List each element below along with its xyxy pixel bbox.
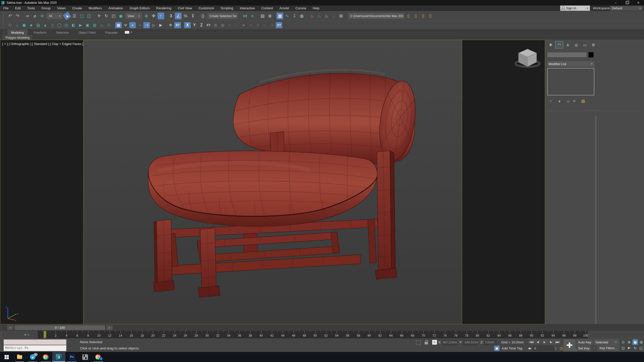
unlink-selection-icon[interactable]: ⌀	[31, 13, 38, 19]
pin-stack-button[interactable]: ⌖	[548, 98, 554, 104]
create-light-icon[interactable]: ☉	[7, 22, 13, 28]
script-tree-icon[interactable]: ▯	[427, 13, 434, 19]
constraint-y-icon[interactable]: Y	[191, 22, 198, 28]
current-frame-field[interactable]: 0	[533, 346, 554, 351]
frame-spinner[interactable]: ▲▼	[554, 346, 557, 351]
restore-button[interactable]	[621, 0, 633, 6]
chrome-profile-icon[interactable]: T	[92, 352, 105, 362]
ribbon-tab-object-paint[interactable]: Object Paint	[75, 30, 99, 35]
time-slider-thumb[interactable]: 0 / 100	[15, 325, 105, 330]
menu-help[interactable]: Help	[309, 6, 323, 11]
select-and-manipulate-icon[interactable]: ✜	[150, 13, 157, 19]
y-coordinate-field[interactable]: -240,01mm	[463, 340, 478, 345]
menu-file[interactable]: File	[0, 6, 12, 11]
ribbon-tab-selection[interactable]: Selection	[53, 30, 72, 35]
modifier-list-dropdown[interactable]: Modifier List ▼	[547, 61, 594, 67]
time-configuration-button[interactable]: ◷	[558, 346, 564, 351]
select-and-scale-icon[interactable]: ◰	[110, 13, 117, 19]
snaps-toggle-3d-icon[interactable]: 3	[168, 13, 174, 19]
edit-named-selection-sets-icon[interactable]: {}	[199, 13, 206, 19]
go-to-end-button[interactable]: ▶▶Ι	[554, 339, 560, 345]
zoom-extents-all-button[interactable]: ⊞	[638, 339, 644, 345]
zoom-region-button[interactable]: ⊡	[620, 345, 626, 351]
snap-cursor-filled-icon[interactable]: ▶	[157, 22, 164, 28]
minimize-button[interactable]: ─	[610, 0, 621, 6]
constraint-z-icon[interactable]: Z	[198, 22, 205, 28]
split-view-icon[interactable]: ◧	[70, 22, 77, 28]
toggle-ribbon-icon[interactable]: ▦	[276, 13, 283, 19]
freeze-icon[interactable]: ❄	[167, 22, 174, 28]
window-crossing-icon[interactable]: ◫	[86, 13, 92, 19]
set-key-button[interactable]: Set Key	[577, 345, 591, 351]
polygon-modeling-button[interactable]: Polygon Modeling	[3, 35, 32, 40]
spline-dim-icon[interactable]: ∿	[226, 22, 233, 28]
zoom-button[interactable]: ⊙	[620, 339, 626, 345]
select-and-place-icon[interactable]: ◉	[117, 13, 124, 19]
teapot-dim-icon[interactable]: ♨	[262, 22, 268, 28]
viewcube[interactable]	[513, 46, 542, 69]
grid-snap-icon[interactable]: ▦	[115, 22, 122, 28]
menu-create[interactable]: Create	[69, 6, 85, 11]
menu-graph-editors[interactable]: Graph Editors	[126, 6, 153, 11]
constraint-xy-icon[interactable]: XY	[205, 22, 212, 28]
modifier-stack[interactable]	[547, 68, 594, 95]
menu-arnold[interactable]: Arnold	[276, 6, 292, 11]
go-to-start-button[interactable]: Ι◀◀	[528, 339, 534, 345]
maxscript-mini-listener[interactable]	[4, 339, 66, 345]
script-page-icon[interactable]: ▯	[412, 13, 419, 19]
menu-scripting[interactable]: Scripting	[217, 6, 237, 11]
create-foliage-icon[interactable]: ♣	[28, 22, 34, 28]
menu-interactive[interactable]: Interactive	[236, 6, 258, 11]
lattice-dim-icon[interactable]: #	[255, 22, 261, 28]
create-sun-icon[interactable]: ☼	[14, 22, 20, 28]
viewport[interactable]: [ + ] [ Orthographic ] [ Standard ] [ Cl…	[0, 40, 545, 324]
file-explorer-icon[interactable]	[13, 352, 26, 362]
select-and-move-icon[interactable]: ✛	[96, 13, 102, 19]
make-unique-button[interactable]: ∞	[565, 98, 571, 104]
previous-frame-button[interactable]: ◀Ι	[535, 339, 541, 345]
object-color-swatch[interactable]	[588, 52, 594, 58]
counter-strike-icon[interactable]: ▚	[78, 352, 92, 362]
panel-divider[interactable]	[546, 111, 639, 111]
toggle-scene-explorer-icon[interactable]: ▤	[259, 13, 266, 19]
snap-slider-icon[interactable]: ⊣	[143, 22, 150, 28]
key-mode-toggle[interactable]: ◀▶	[527, 346, 532, 351]
next-frame-arrow[interactable]: >	[106, 325, 113, 330]
snap-minus-icon[interactable]: −	[136, 22, 143, 28]
scene-list-icon[interactable]: ▤	[35, 22, 42, 28]
snap-fork-icon[interactable]: Ψ	[122, 22, 129, 28]
remove-modifier-button[interactable]: ✕	[571, 98, 577, 104]
key-filters-button[interactable]: Key Filters...	[597, 345, 619, 351]
display-tab[interactable]: ▭	[581, 41, 589, 49]
menu-modifiers[interactable]: Modifiers	[85, 6, 105, 11]
timeline-ruler[interactable]: 0246810121416182022242628303234363840424…	[38, 331, 588, 338]
object-name-field[interactable]	[547, 52, 587, 58]
close-button[interactable]: ✕	[633, 0, 644, 6]
redo-icon[interactable]: ↷	[14, 13, 21, 19]
loop-tool-icon[interactable]: ◯	[56, 22, 63, 28]
current-frame-marker[interactable]	[44, 331, 46, 338]
render-gallery-icon[interactable]: ⊞	[338, 13, 344, 19]
maxscript-listener-field[interactable]: MAXScript Mi	[4, 345, 66, 351]
maximize-viewport-button[interactable]: ◱	[638, 345, 644, 351]
angle-snap-icon[interactable]: ∠	[175, 13, 182, 19]
next-frame-button[interactable]: Ι▶	[548, 339, 554, 345]
motion-tab[interactable]: ◎	[572, 41, 580, 49]
scatter-dim-icon[interactable]: ∴	[233, 22, 240, 28]
isolate-selection-icon[interactable]	[416, 340, 421, 345]
mini-curve-editor-button[interactable]: ≡∿	[21, 332, 33, 338]
dotted-grid-icon[interactable]: ▦	[212, 22, 219, 28]
script-gear-icon[interactable]: ▯	[405, 13, 412, 19]
render-setup-icon[interactable]: ♨	[308, 13, 315, 19]
mirror-icon[interactable]: ⋈	[242, 13, 249, 19]
snap-cursor-icon[interactable]: ▷	[150, 22, 157, 28]
rectangular-selection-region-icon[interactable]: ▢	[78, 13, 85, 19]
x-coordinate-field[interactable]: 467,219mm	[442, 340, 457, 345]
create-door-icon[interactable]: ▯	[49, 22, 56, 28]
ribbon-overflow-icon[interactable]: ▼	[125, 31, 133, 34]
menu-corona[interactable]: Corona	[292, 6, 309, 11]
add-camera-icon[interactable]: ▣	[84, 22, 91, 28]
workspace-dropdown[interactable]: Default ▼	[610, 6, 643, 11]
curve-editor-icon[interactable]: ∿	[284, 13, 291, 19]
snap-help-icon[interactable]: X?	[174, 22, 181, 28]
